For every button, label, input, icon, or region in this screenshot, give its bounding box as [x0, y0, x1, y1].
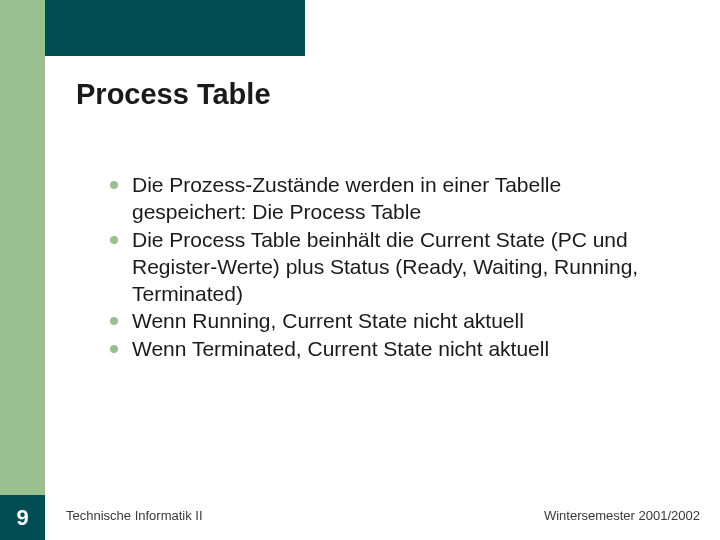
header-dark-block	[45, 0, 305, 56]
footer-term: Wintersemester 2001/2002	[544, 508, 700, 523]
slide-title: Process Table	[76, 78, 271, 111]
list-item: Wenn Running, Current State nicht aktuel…	[108, 308, 668, 335]
footer-course: Technische Informatik II	[66, 508, 203, 523]
page-number-badge: 9	[0, 495, 45, 540]
list-item: Wenn Terminated, Current State nicht akt…	[108, 336, 668, 363]
page-number: 9	[16, 505, 28, 531]
list-item: Die Prozess-Zustände werden in einer Tab…	[108, 172, 668, 226]
list-item: Die Process Table beinhält die Current S…	[108, 227, 668, 308]
sidebar-stripe	[0, 0, 45, 540]
bullet-list: Die Prozess-Zustände werden in einer Tab…	[108, 172, 668, 364]
